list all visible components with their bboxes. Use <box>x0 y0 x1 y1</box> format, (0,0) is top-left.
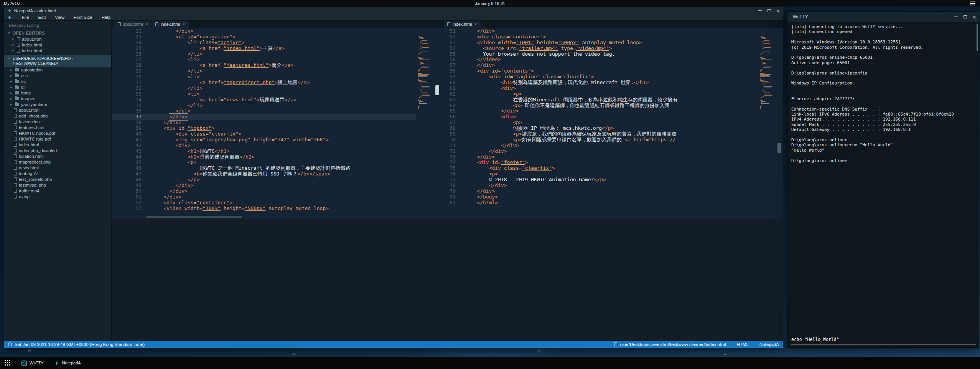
left-minimap[interactable] <box>416 36 433 109</box>
menu-file[interactable]: File <box>17 14 34 20</box>
file-item[interactable]: mapredirect.php <box>4 159 111 165</box>
wstty-titlebar[interactable]: WsTTY × <box>787 12 979 22</box>
file-item[interactable]: HKWTC notice.pdf <box>4 130 111 136</box>
close-tab-icon[interactable]: ✕ <box>145 22 148 26</box>
menu-edit[interactable]: Edit <box>34 14 51 20</box>
workspace-root[interactable]: ▾ USER/DESKTOP/SCREENSHOT /TEST/WWW CLEA… <box>4 55 111 67</box>
aroz-menu-button[interactable]: My ArOZ <box>0 1 24 6</box>
code-line: 70 <p>如有問題或需要申請白名單，歡迎加入我們的 <a href="http… <box>441 137 758 143</box>
folder-item[interactable]: ▸css <box>4 73 111 78</box>
close-icon: × <box>972 15 977 20</box>
tab-index-html[interactable]: index.html ✕ <box>444 21 481 28</box>
folder-item[interactable]: ▸images <box>4 96 111 101</box>
taskbar-item-notepada[interactable]: NotepadA <box>49 357 86 369</box>
close-file-icon[interactable]: ✕ <box>11 49 15 53</box>
file-item[interactable]: test_sockets.php <box>4 176 111 182</box>
right-vertical-scrollbar[interactable] <box>776 28 783 219</box>
line-number: 57 <box>441 63 460 68</box>
file-label: teabag.7z <box>19 171 38 176</box>
tab-index-html[interactable]: index.html ✕ <box>152 21 189 28</box>
minimize-button[interactable] <box>755 7 764 14</box>
code-line: 24 <li class="active"> <box>112 40 416 46</box>
menu-help[interactable]: Help <box>97 14 115 20</box>
notepada-window: NotepadA - index.html × File Edit View F… <box>4 7 783 348</box>
file-item[interactable]: index.html <box>4 142 111 147</box>
code-editor-surface[interactable]: 22 </div>23 <ul id="navigation">24 <li c… <box>112 28 441 219</box>
sidebar-header: Directory Listing <box>4 21 111 30</box>
open-editors-section[interactable]: ▾ OPEN EDITORS <box>4 30 111 36</box>
file-item[interactable]: trailer.mp4 <box>4 188 111 194</box>
file-icon <box>14 183 17 187</box>
folder-item[interactable]: ▸dl <box>4 84 111 90</box>
code-editor-surface[interactable]: 51 </div>52 <div class="container">53 <v… <box>441 28 783 219</box>
folder-icon <box>15 74 19 77</box>
line-number: 22 <box>112 28 146 34</box>
open-editor-item[interactable]: ✕index.html <box>4 42 111 48</box>
minimize-button[interactable] <box>951 12 960 22</box>
statusbar-language[interactable]: HTML <box>737 342 749 347</box>
line-number: 61 <box>441 86 460 91</box>
code-text-content: <div id="tagline" class="clearfix"> <box>460 74 594 80</box>
maximize-button[interactable] <box>764 7 774 14</box>
close-file-icon[interactable]: ✕ <box>11 43 15 47</box>
code-text-content: <ul id="navigation"> <box>146 34 236 40</box>
scroll-thumb[interactable] <box>435 85 439 95</box>
menu-view[interactable]: View <box>50 14 69 20</box>
right-minimap[interactable] <box>758 36 775 109</box>
file-item[interactable]: x.php <box>4 194 111 199</box>
close-file-icon[interactable]: ✕ <box>11 37 15 41</box>
maximize-icon <box>964 15 967 18</box>
code-line: 65 </div> <box>441 108 758 114</box>
tab-about-html[interactable]: about.html ✕ <box>114 21 152 28</box>
file-item[interactable]: news.html <box>4 165 111 170</box>
line-number: 38 <box>112 120 146 126</box>
file-label: about.html <box>19 108 40 113</box>
caret-right-icon: ▸ <box>10 85 13 89</box>
file-item[interactable]: favicon.ico <box>4 119 111 124</box>
code-text-content: </p> <box>146 177 199 183</box>
notepada-titlebar[interactable]: NotepadA - index.html × <box>4 7 783 14</box>
file-item[interactable]: teabag.7z <box>4 170 111 176</box>
close-tab-icon[interactable]: ✕ <box>474 22 477 26</box>
terminal-output[interactable]: [info] Conencting to arozos WsTTY servic… <box>787 22 979 332</box>
open-editor-item[interactable]: ✕index.html <box>4 48 111 53</box>
line-number: 35 <box>112 103 146 109</box>
file-item[interactable]: testmysql.php <box>4 182 111 188</box>
left-vertical-scrollbar[interactable] <box>434 28 441 219</box>
file-item[interactable]: location.html <box>4 153 111 159</box>
scroll-thumb[interactable] <box>777 143 781 153</box>
close-button[interactable]: × <box>774 7 783 14</box>
close-button[interactable]: × <box>970 12 979 22</box>
code-text-content: </div> <box>460 108 519 114</box>
line-number: 54 <box>441 46 460 51</box>
terminal-line: Active code page: 65001 <box>791 60 975 65</box>
open-editor-item[interactable]: ✕about.html <box>4 36 111 42</box>
terminal-line: D:\golang\aroz online>chcp 65001 <box>791 55 975 60</box>
terminal-line: (c) 2019 Microsoft Corporation. All righ… <box>791 45 975 50</box>
file-tree: ▸autostation▸css▸dc▸dl▸fonts▸images▸yaml… <box>4 67 111 199</box>
maximize-button[interactable] <box>960 12 970 22</box>
folder-item[interactable]: ▸autostation <box>4 67 111 73</box>
code-line: 50 </div> <box>112 189 416 194</box>
file-item[interactable]: HKWTC rule.pdf <box>4 136 111 142</box>
code-text-content: 在香港的Minecraft 伺服器中，多為小遊戲和純生存的伺服器，較少擁有 <box>460 97 678 103</box>
code-text-content: </div> <box>146 114 188 120</box>
folder-item[interactable]: ▸dc <box>4 78 111 84</box>
app-launcher-button[interactable] <box>5 360 11 366</box>
code-text-content: </li> <box>146 103 203 109</box>
file-item[interactable]: add_vhost.php <box>4 113 111 119</box>
terminal-line <box>791 76 975 81</box>
folder-item[interactable]: ▸yamlyamlami <box>4 101 111 107</box>
terminal-scrollbar[interactable] <box>977 24 978 51</box>
os-menu-button[interactable] <box>965 2 980 5</box>
left-horizontal-scrollbar[interactable] <box>146 216 242 218</box>
terminal-line <box>791 35 975 40</box>
menu-font-size[interactable]: Font Size <box>69 14 97 20</box>
file-item[interactable]: index.php_disabled <box>4 147 111 153</box>
terminal-input[interactable]: echo "Hello World" <box>791 336 976 344</box>
file-item[interactable]: features.html <box>4 124 111 130</box>
folder-item[interactable]: ▸fonts <box>4 90 111 96</box>
close-tab-icon[interactable]: ✕ <box>182 22 185 26</box>
file-item[interactable]: about.html <box>4 107 111 113</box>
taskbar-item-wstty[interactable]: >_ WsTTY <box>16 357 49 369</box>
